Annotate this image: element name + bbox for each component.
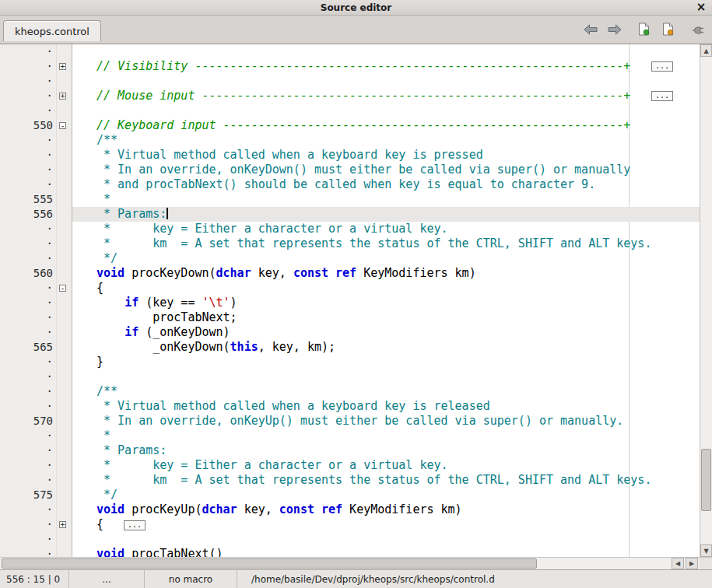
line-dot: · <box>0 177 53 192</box>
code-line[interactable]: } <box>72 355 700 369</box>
code-line[interactable]: * key = Either a character or a virtual … <box>72 222 700 236</box>
code-line[interactable]: // Visibility --------------------------… <box>72 59 700 74</box>
code-token: procTabNext; <box>96 310 237 324</box>
line-dot: · <box>0 399 53 414</box>
new-document-button[interactable] <box>634 21 653 40</box>
fold-expanded-icon[interactable]: - <box>59 285 66 292</box>
code-line[interactable] <box>72 369 700 384</box>
code-line[interactable]: { <box>72 281 700 296</box>
code-line[interactable]: void procKeyDown(dchar key, const ref Ke… <box>72 266 700 281</box>
code-token: { <box>96 281 103 295</box>
code-line[interactable] <box>72 532 700 547</box>
code-token: key, <box>251 266 293 280</box>
scroll-up-icon: ▲ <box>703 47 708 54</box>
code-token: procKeyDown( <box>125 266 216 280</box>
vertical-scrollbar-thumb[interactable] <box>701 449 711 511</box>
code-line[interactable]: /** <box>72 133 700 148</box>
fold-collapsed-icon[interactable]: + <box>59 63 66 70</box>
code-token: KeyModifiers km) <box>342 502 462 516</box>
status-bar: 556 : 15 | 0 ... no macro /home/basile/D… <box>0 569 712 588</box>
code-line[interactable]: if (key == '\t') <box>72 296 700 310</box>
code-token: /** <box>96 133 117 147</box>
code-line[interactable]: _onKeyDown(this, key, km); <box>72 340 700 355</box>
code-line[interactable]: * Virtual method called when a keyboard … <box>72 399 700 414</box>
code-line[interactable]: /** <box>72 384 700 399</box>
code-line[interactable]: * <box>72 192 700 207</box>
line-dot: · <box>0 443 53 458</box>
code-line[interactable] <box>72 44 700 59</box>
code-line[interactable]: void procTabNext() <box>72 547 700 557</box>
gutter-row: · <box>0 547 72 557</box>
gutter-row: ·+ <box>0 59 72 74</box>
horizontal-scrollbar-thumb[interactable] <box>2 558 537 569</box>
line-dot: · <box>0 355 53 369</box>
code-token: // Visibility --------------------------… <box>96 59 630 73</box>
code-token: * Params: <box>96 207 167 221</box>
code-token: * Virtual method called when a keyboard … <box>96 399 490 413</box>
fold-ellipsis-box[interactable]: ... <box>651 91 673 101</box>
scroll-up-button[interactable]: ▲ <box>700 44 712 57</box>
code-token: if <box>125 325 139 339</box>
fold-collapsed-icon[interactable]: + <box>59 93 66 100</box>
fold-ellipsis-box[interactable]: ... <box>651 61 673 72</box>
gutter-row: 555 <box>0 192 72 207</box>
scroll-right-button[interactable]: ▶ <box>686 558 698 569</box>
code-token: * km = A set that represents the status … <box>96 236 651 250</box>
line-dot: · <box>0 103 53 118</box>
code-line[interactable]: if (_onKeyDown) <box>72 325 700 340</box>
code-line[interactable]: * km = A set that represents the status … <box>72 236 700 251</box>
window-close-button[interactable]: × <box>695 0 707 15</box>
code-line[interactable]: * Params: <box>72 443 700 458</box>
fold-expanded-icon[interactable]: - <box>59 122 66 129</box>
code-line[interactable]: * and procTabNext() should be called whe… <box>72 177 700 192</box>
arrow-right-icon <box>608 24 622 37</box>
fold-ellipsis-box[interactable]: ... <box>124 520 146 530</box>
window-titlebar[interactable]: Source editor × <box>0 0 712 16</box>
scroll-left-button[interactable]: ◀ <box>672 558 684 569</box>
code-line[interactable]: * km = A set that represents the status … <box>72 473 700 488</box>
fold-collapsed-icon[interactable]: + <box>59 521 66 528</box>
nav-back-button[interactable] <box>581 21 600 40</box>
code-line[interactable]: * key = Either a character or a virtual … <box>72 458 700 473</box>
gutter-row: · <box>0 133 72 148</box>
code-line[interactable]: */ <box>72 488 700 502</box>
vertical-scrollbar[interactable]: ▲ ▼ <box>700 44 712 557</box>
detach-editor-button[interactable] <box>687 21 706 40</box>
gutter-row: · <box>0 369 72 384</box>
code-token: ref <box>321 502 342 516</box>
code-token: const <box>279 502 314 516</box>
code-line[interactable] <box>72 74 700 89</box>
code-line[interactable]: // Keyboard input ----------------------… <box>72 118 700 133</box>
code-line[interactable]: * Virtual method called when a keyboard … <box>72 148 700 163</box>
code-token: this <box>230 340 258 354</box>
code-line[interactable]: * In an override, onKeyDown() must eithe… <box>72 163 700 177</box>
code-token: dchar <box>216 266 251 280</box>
line-dot: · <box>0 148 53 163</box>
document-orange-dot-icon <box>662 23 674 38</box>
code-line-current[interactable]: * Params: <box>72 207 700 222</box>
code-line[interactable]: // Mouse input -------------------------… <box>72 89 700 103</box>
code-line[interactable]: void procKeyUp(dchar key, const ref KeyM… <box>72 502 700 517</box>
gutter-row: · <box>0 443 72 458</box>
code-token: * In an override, onKeyDown() must eithe… <box>96 163 630 177</box>
code-line[interactable]: {... <box>72 517 700 532</box>
code-line[interactable]: */ <box>72 251 700 266</box>
line-dot: · <box>0 325 53 340</box>
code-line[interactable] <box>72 103 700 118</box>
code-pane[interactable]: // Visibility --------------------------… <box>72 44 700 557</box>
gutter-row: · <box>0 74 72 89</box>
tab-kheops-control[interactable]: kheops.control <box>3 20 101 41</box>
code-line[interactable]: * In an override, onKeyUp() must either … <box>72 414 700 429</box>
open-document-button[interactable] <box>658 21 677 40</box>
gutter-row: · <box>0 148 72 163</box>
nav-forward-button[interactable] <box>605 21 624 40</box>
code-token: */ <box>96 488 117 502</box>
code-line[interactable]: * <box>72 429 700 443</box>
code-token: * and procTabNext() should be called whe… <box>96 177 595 191</box>
line-dot: · <box>0 44 53 59</box>
gutter-row: ·- <box>0 281 72 296</box>
code-line[interactable]: procTabNext; <box>72 310 700 325</box>
horizontal-scrollbar[interactable]: ◀ ▶ <box>0 557 700 569</box>
document-green-dot-icon <box>638 23 650 38</box>
scroll-down-button[interactable]: ▼ <box>700 544 712 557</box>
